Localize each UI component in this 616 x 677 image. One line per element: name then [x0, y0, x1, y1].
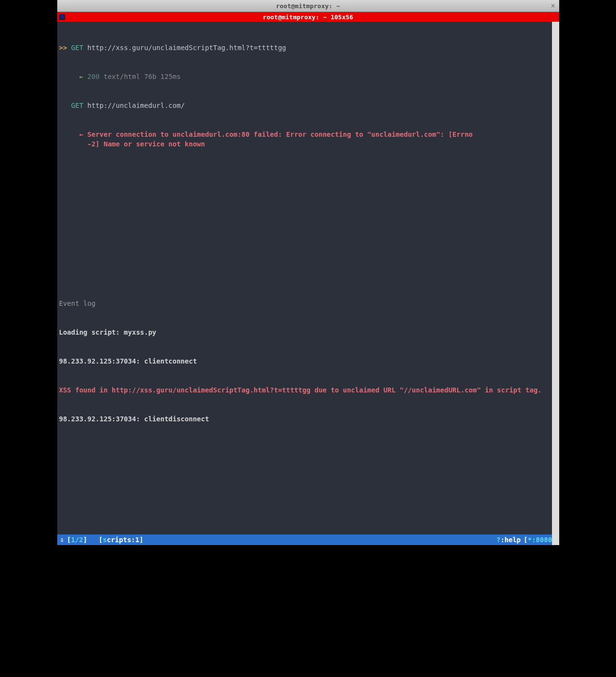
error-message: Server connection to unclaimedurl.com:80… — [59, 130, 473, 148]
flow-cursor-icon — [59, 102, 67, 109]
request-url: http://xss.guru/unclaimedScriptTag.html?… — [88, 44, 286, 52]
response-arrow-icon: ← — [79, 73, 83, 80]
event-log-header: Event log — [59, 299, 557, 308]
response-info: text/html 76b 125ms — [103, 73, 180, 80]
flow-row[interactable]: GET http://unclaimedurl.com/ — [59, 101, 557, 110]
flow-position: [1/2] — [67, 535, 87, 545]
scripts-indicator: [scripts:1] — [99, 535, 143, 545]
bind-address: [*:8080] — [524, 535, 556, 545]
scrollbar[interactable] — [552, 22, 559, 545]
flow-list[interactable]: >> GET http://xss.guru/unclaimedScriptTa… — [57, 22, 559, 170]
terminal-tab-bar: root@mitmproxy: ~ 105x56 — [57, 12, 559, 22]
help-hint[interactable]: ?:help — [496, 535, 521, 545]
event-log-panel[interactable]: Event log Loading script: myxss.py 98.23… — [59, 279, 557, 443]
http-method: GET — [71, 44, 83, 52]
http-method: GET — [71, 102, 83, 109]
flow-cursor-icon: >> — [59, 44, 67, 52]
flow-response-row: ← 200 text/html 76b 125ms — [59, 72, 557, 81]
flow-row[interactable]: >> GET http://xss.guru/unclaimedScriptTa… — [59, 43, 557, 52]
close-icon[interactable]: × — [551, 1, 555, 10]
terminal-app-icon — [59, 14, 65, 20]
terminal-body[interactable]: >> GET http://xss.guru/unclaimedScriptTa… — [57, 22, 559, 545]
window-titlebar: root@mitmproxy: ~ × — [57, 0, 559, 12]
event-log-line: 98.233.92.125:37034: clientconnect — [59, 356, 557, 366]
error-arrow-icon: ← — [79, 130, 83, 138]
flow-error-row: ← Server connection to unclaimedurl.com:… — [59, 130, 557, 149]
sort-arrow-icon: ⇩ — [60, 535, 64, 545]
status-bar: ⇩ [1/2] [scripts:1] ?:help [*:8080] — [57, 534, 559, 545]
status-code: 200 — [88, 73, 100, 80]
event-log-alert: XSS found in http://xss.guru/unclaimedSc… — [59, 385, 557, 395]
scrollbar-thumb[interactable] — [552, 22, 559, 545]
terminal-window: root@mitmproxy: ~ × root@mitmproxy: ~ 10… — [57, 0, 559, 545]
event-log-line: 98.233.92.125:37034: clientdisconnect — [59, 414, 557, 424]
window-title: root@mitmproxy: ~ — [276, 2, 340, 10]
event-log-line: Loading script: myxss.py — [59, 327, 557, 337]
terminal-tab-title: root@mitmproxy: ~ 105x56 — [263, 13, 353, 21]
request-url: http://unclaimedurl.com/ — [88, 102, 185, 109]
